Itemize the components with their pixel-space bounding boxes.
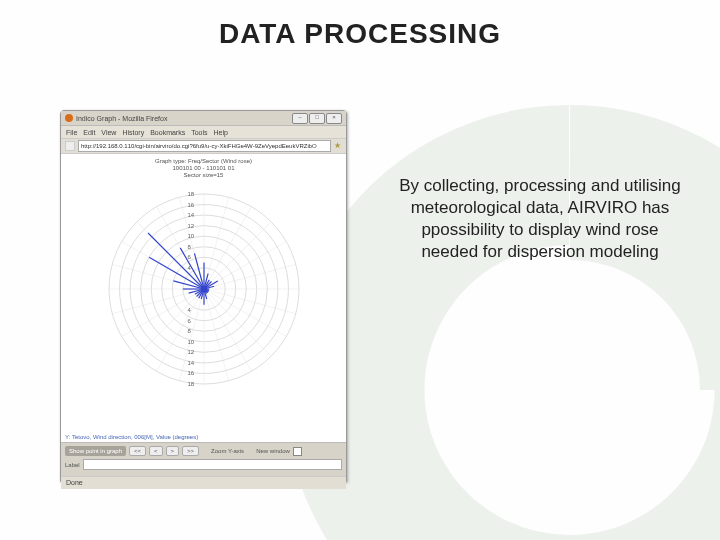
- menu-tools[interactable]: Tools: [191, 129, 207, 136]
- slide-title: DATA PROCESSING: [0, 18, 720, 50]
- radial-tick: 14: [188, 212, 195, 218]
- menubar: File Edit View History Bookmarks Tools H…: [61, 126, 346, 139]
- page-icon: [65, 141, 75, 151]
- radial-tick: 12: [188, 223, 195, 229]
- menu-view[interactable]: View: [101, 129, 116, 136]
- radial-tick: 6: [188, 254, 191, 260]
- svg-line-19: [204, 289, 229, 381]
- show-point-button[interactable]: Show point in graph: [65, 446, 126, 456]
- addressbar: http://192.168.0.110/cgi-bin/airviro/do.…: [61, 139, 346, 154]
- svg-line-13: [204, 264, 296, 289]
- new-window-checkbox[interactable]: [293, 447, 302, 456]
- new-window-label: New window: [256, 448, 290, 454]
- nav-prev-button[interactable]: <: [149, 446, 163, 456]
- menu-history[interactable]: History: [122, 129, 144, 136]
- radial-tick: 10: [188, 339, 195, 345]
- svg-line-21: [179, 289, 204, 381]
- window-controls: – □ ×: [292, 113, 342, 124]
- windrose-chart: [99, 184, 309, 394]
- y-axis-caption: Y: Tetovo, Wind direction, 006[M], Value…: [65, 434, 198, 440]
- svg-line-15: [204, 289, 296, 314]
- minimize-button[interactable]: –: [292, 113, 308, 124]
- menu-help[interactable]: Help: [214, 129, 228, 136]
- nav-next-button[interactable]: >: [166, 446, 180, 456]
- window-title: Indico Graph - Mozilla Firefox: [76, 115, 289, 122]
- graph-date-range: 100101 00 - 110101 01: [65, 165, 342, 172]
- graph-sector-size: Sector size=15: [65, 172, 342, 179]
- svg-line-17: [204, 289, 271, 356]
- label-input[interactable]: [83, 459, 342, 470]
- svg-line-23: [136, 289, 203, 356]
- radial-tick: 12: [188, 349, 195, 355]
- statusbar: Done: [61, 476, 346, 489]
- menu-edit[interactable]: Edit: [83, 129, 95, 136]
- radial-tick: 16: [188, 202, 195, 208]
- star-icon[interactable]: ★: [334, 142, 342, 150]
- radial-tick: 18: [188, 191, 195, 197]
- menu-file[interactable]: File: [66, 129, 77, 136]
- maximize-button[interactable]: □: [309, 113, 325, 124]
- radial-tick: 8: [188, 328, 191, 334]
- graph-type: Graph type: Freq/Sector (Wind rose): [65, 158, 342, 165]
- slide-body-text: By collecting, processing and utilising …: [395, 175, 685, 263]
- footer-controls: Show point in graph << < > >> Zoom Y-axi…: [61, 442, 346, 476]
- menu-bookmarks[interactable]: Bookmarks: [150, 129, 185, 136]
- radial-tick: 18: [188, 381, 195, 387]
- radial-tick: 14: [188, 360, 195, 366]
- nav-last-button[interactable]: >>: [182, 446, 199, 456]
- label-field-label: Label: [65, 462, 80, 468]
- radial-tick: 10: [188, 233, 195, 239]
- radial-tick: 6: [188, 318, 191, 324]
- url-input[interactable]: http://192.168.0.110/cgi-bin/airviro/do.…: [78, 140, 331, 152]
- content-area: Graph type: Freq/Sector (Wind rose) 1001…: [61, 154, 346, 442]
- firefox-icon: [65, 114, 73, 122]
- svg-line-11: [204, 222, 271, 289]
- radial-tick: 16: [188, 370, 195, 376]
- close-button[interactable]: ×: [326, 113, 342, 124]
- radial-tick: 4: [188, 265, 191, 271]
- graph-header: Graph type: Freq/Sector (Wind rose) 1001…: [65, 158, 342, 180]
- browser-window: Indico Graph - Mozilla Firefox – □ × Fil…: [60, 110, 347, 482]
- radial-tick: 8: [188, 244, 191, 250]
- titlebar[interactable]: Indico Graph - Mozilla Firefox – □ ×: [61, 111, 346, 126]
- svg-point-56: [201, 286, 207, 292]
- zoom-y-label: Zoom Y-axis: [211, 448, 244, 454]
- nav-first-button[interactable]: <<: [129, 446, 146, 456]
- radial-tick: 4: [188, 307, 191, 313]
